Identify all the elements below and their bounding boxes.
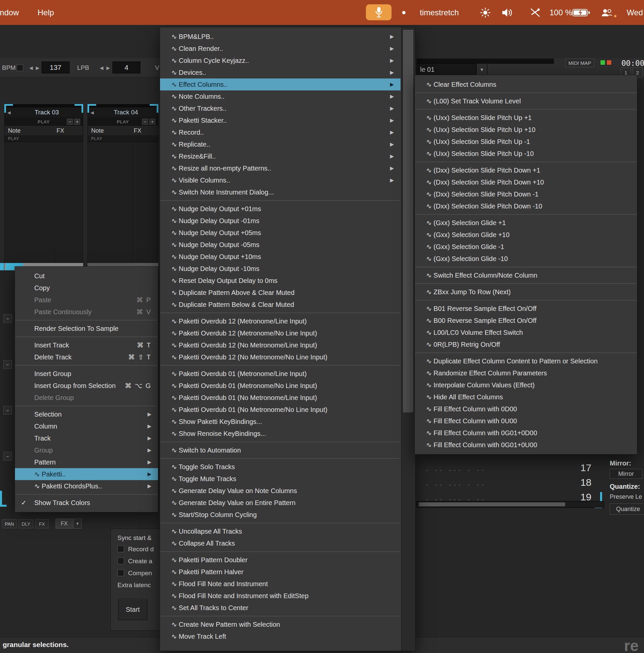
menu-item-replicate[interactable]: ∿ Replicate..▶	[160, 138, 400, 150]
remove-column-button[interactable]: −	[67, 119, 73, 125]
menu-item-uxx-selection-slide-pitch-up-10[interactable]: ∿ (Uxx) Selection Slide Pitch Up +10	[415, 124, 637, 136]
volume-icon[interactable]	[502, 0, 513, 25]
horizontal-scrollbar-thumb[interactable]	[419, 502, 565, 506]
menu-item-note-columns[interactable]: ∿ Note Columns..▶	[160, 91, 400, 102]
menu-item-paketti-chordsplus[interactable]: ∿ Paketti ChordsPlus..▶	[15, 480, 158, 492]
create-checkbox[interactable]	[117, 558, 124, 564]
menu-item-zbxx-jump-to-row-next[interactable]: ∿ ZBxx Jump To Row (Next)	[415, 286, 637, 298]
fx-column-label[interactable]: FX	[56, 127, 64, 134]
menu-item-cut[interactable]: Cut	[15, 270, 158, 282]
menu-item-insert-track[interactable]: Insert Track⌘ T	[15, 339, 158, 351]
menu-item-fill-effect-column-with-0d00[interactable]: ∿ Fill Effect Column with 0D00	[415, 403, 637, 415]
menu-item-fill-effect-column-with-0g01-0d00[interactable]: ∿ Fill Effect Column with 0G01+0D00	[415, 427, 637, 439]
track-name-row[interactable]: ◀ Track 03	[5, 107, 83, 117]
note-column-label[interactable]: Note	[5, 127, 56, 134]
menu-item-nudge-delay-output-05ms[interactable]: ∿ Nudge Delay Output +05ms	[160, 227, 400, 239]
add-column-button[interactable]: +	[150, 119, 155, 125]
menu-item-show-track-colors[interactable]: ✓Show Track Colors	[15, 497, 158, 509]
menu-item-flood-fill-note-and-instrument[interactable]: ∿ Flood Fill Note and Instrument	[160, 578, 400, 590]
user-switcher-icon[interactable]	[601, 0, 613, 25]
note-column-label[interactable]: Note	[88, 127, 134, 134]
fx-selector-dropdown-icon[interactable]: ▼	[73, 519, 82, 529]
menu-item-pattern[interactable]: Pattern▶	[15, 456, 158, 468]
bpm-checkbox[interactable]	[17, 65, 23, 71]
menu-item-randomize-effect-column-parameters[interactable]: ∿ Randomize Effect Column Parameters	[415, 367, 637, 379]
track-name-row[interactable]: ◀ Track 04	[88, 107, 158, 117]
menu-item-visible-columns[interactable]: ∿ Visible Columns..▶	[160, 174, 400, 186]
menu-item-collapse-all-tracks[interactable]: ∿ Collapse All Tracks	[160, 537, 400, 549]
menu-item-switch-note-instrument-dialog[interactable]: ∿ Switch Note Instrument Dialog...	[160, 186, 400, 198]
menu-item-l00-lc0-volume-effect-switch[interactable]: ∿ L00/LC0 Volume Effect Switch	[415, 326, 637, 338]
fx-tab[interactable]: FX	[35, 519, 49, 528]
spin-left-icon[interactable]: ◀	[100, 65, 107, 71]
menu-item-clean-render[interactable]: ∿ Clean Render..▶	[160, 43, 400, 54]
menu-item-show-renoise-keybindings[interactable]: ∿ Show Renoise KeyBindings...	[160, 428, 400, 439]
menu-item-paketti[interactable]: ∿ Paketti..▶	[15, 468, 158, 480]
menu-item-0r-lpb-retrig-on-off[interactable]: ∿ 0R(LPB) Retrig On/Off	[415, 338, 637, 350]
menu-item-l00-set-track-volume-level[interactable]: ∿ (L00) Set Track Volume Level	[415, 95, 637, 107]
mirror-button[interactable]: Mirror	[610, 469, 642, 479]
menu-item-gxx-selection-glide-1[interactable]: ∿ (Gxx) Selection Glide -1	[415, 241, 637, 253]
menu-item-nudge-delay-output-10ms[interactable]: ∿ Nudge Delay Output +10ms	[160, 251, 400, 263]
menu-item-b01-reverse-sample-effect-on-off[interactable]: ∿ B01 Reverse Sample Effect On/Off	[415, 303, 637, 315]
menu-item-uxx-selection-slide-pitch-up-1[interactable]: ∿ (Uxx) Selection Slide Pitch Up -1	[415, 136, 637, 148]
menu-item-dxx-selection-slide-pitch-down-10[interactable]: ∿ (Dxx) Selection Slide Pitch Down -10	[415, 200, 637, 212]
menu-item-b00-reverse-sample-effect-on-off[interactable]: ∿ B00 Reverse Sample Effect On/Off	[415, 315, 637, 326]
pan-tab[interactable]: PAN	[2, 519, 17, 528]
menu-item-gxx-selection-glide-1[interactable]: ∿ (Gxx) Selection Glide +1	[415, 217, 637, 229]
menu-item-flood-fill-note-and-instrument-with-editstep[interactable]: ∿ Flood Fill Note and Instrument with Ed…	[160, 590, 400, 602]
spin-left-icon[interactable]: ◀	[29, 65, 36, 71]
record-checkbox[interactable]	[117, 546, 124, 552]
midi-map-button[interactable]: MIDI MAP	[566, 58, 594, 67]
menu-item-insert-group-from-selection[interactable]: Insert Group from Selection⌘ ⌥ G	[15, 380, 158, 392]
quantize-button[interactable]: Quantize	[610, 503, 644, 515]
menu-item-paketti-pattern-doubler[interactable]: ∿ Paketti Pattern Doubler	[160, 554, 400, 566]
display-brightness-icon[interactable]	[480, 0, 491, 25]
menu-item-paketti-overdub-01-metronome-no-line-input[interactable]: ∿ Paketti Overdub 01 (Metronome/No Line …	[160, 380, 400, 392]
menu-item-toggle-mute-tracks[interactable]: ∿ Toggle Mute Tracks	[160, 473, 400, 485]
track-body-04[interactable]	[88, 142, 158, 266]
compensate-checkbox[interactable]	[117, 570, 124, 576]
menu-item-paketti-overdub-01-no-metronome-line-input[interactable]: ∿ Paketti Overdub 01 (No Metronome/Line …	[160, 392, 400, 404]
menu-item-fill-effect-column-with-0u00[interactable]: ∿ Fill Effect Column with 0U00	[415, 415, 637, 427]
menu-item-nudge-delay-output-01ms[interactable]: ∿ Nudge Delay Output +01ms	[160, 203, 400, 215]
menu-item-switch-to-automation[interactable]: ∿ Switch to Automation	[160, 444, 400, 456]
dropdown-arrow-icon[interactable]: ▼	[476, 64, 487, 75]
menu-item-clear-effect-columns[interactable]: ∿ Clear Effect Columns	[415, 78, 637, 91]
menubar-help-item[interactable]: Help	[38, 0, 54, 25]
menu-item-generate-delay-value-on-note-columns[interactable]: ∿ Generate Delay Value on Note Columns	[160, 485, 400, 497]
menu-item-duplicate-effect-column-content-to-pattern-or-se[interactable]: ∿ Duplicate Effect Column Content to Pat…	[415, 355, 637, 367]
menu-item-uxx-selection-slide-pitch-up-10[interactable]: ∿ (Uxx) Selection Slide Pitch Up -10	[415, 148, 637, 160]
bpm-value-field[interactable]: 137	[42, 62, 70, 73]
lpb-value-field[interactable]: 4	[112, 62, 140, 73]
collapse-lane-button[interactable]: −	[3, 406, 12, 415]
menu-item-nudge-delay-output-01ms[interactable]: ∿ Nudge Delay Output -01ms	[160, 215, 400, 227]
collapse-lane-button[interactable]: −	[3, 314, 12, 323]
menu-item-duplicate-pattern-below-clear-muted[interactable]: ∿ Duplicate Pattern Below & Clear Muted	[160, 298, 400, 311]
bpm-spinner[interactable]: ◀▶	[29, 65, 43, 71]
menu-item-duplicate-pattern-above-clear-muted[interactable]: ∿ Duplicate Pattern Above & Clear Muted	[160, 287, 400, 298]
menu-item-gxx-selection-glide-10[interactable]: ∿ (Gxx) Selection Glide -10	[415, 253, 637, 265]
menu-item-reset-delay-output-delay-to-0ms[interactable]: ∿ Reset Delay Output Delay to 0ms	[160, 275, 400, 287]
menu-item-create-new-pattern-with-selection[interactable]: ∿ Create New Pattern with Selection	[160, 619, 400, 630]
menu-item-show-paketti-keybindings[interactable]: ∿ Show Paketti KeyBindings...	[160, 416, 400, 428]
menu-item-record[interactable]: ∿ Record..▶	[160, 126, 400, 138]
collapse-lane-button[interactable]: −	[3, 360, 12, 369]
menu-item-move-track-left[interactable]: ∿ Move Track Left	[160, 630, 400, 643]
tool-disabled-icon[interactable]	[530, 0, 541, 25]
menu-item-start-stop-column-cycling[interactable]: ∿ Start/Stop Column Cycling	[160, 509, 400, 521]
menu-item-paketti-overdub-12-metronome-line-input[interactable]: ∿ Paketti Overdub 12 (Metronome/Line Inp…	[160, 315, 400, 327]
menu-item-toggle-solo-tracks[interactable]: ∿ Toggle Solo Tracks	[160, 461, 400, 473]
menu-item-paketti-overdub-12-metronome-no-line-input[interactable]: ∿ Paketti Overdub 12 (Metronome/No Line …	[160, 327, 400, 339]
menu-item-column-cycle-keyjazz[interactable]: ∿ Column Cycle Keyjazz..▶	[160, 54, 400, 67]
menu-item-dxx-selection-slide-pitch-down-1[interactable]: ∿ (Dxx) Selection Slide Pitch Down +1	[415, 164, 637, 176]
menu-item-paketti-overdub-12-no-metronome-line-input[interactable]: ∿ Paketti Overdub 12 (No Metronome/Line …	[160, 339, 400, 351]
menu-item-delete-track[interactable]: Delete Track⌘ ⇧ T	[15, 351, 158, 363]
audio-device-name[interactable]: timestretch	[420, 0, 459, 25]
menu-item-interpolate-column-values-effect[interactable]: ∿ Interpolate Column Values (Effect)	[415, 379, 637, 391]
fx-selector[interactable]: FX	[55, 519, 73, 529]
menu-item-selection[interactable]: Selection▶	[15, 408, 158, 420]
menu-item-bpm-lpb[interactable]: ∿ BPM&LPB..▶	[160, 31, 400, 43]
menu-item-insert-group[interactable]: Insert Group	[15, 368, 158, 380]
menu-item-paketti-overdub-12-no-metronome-no-line-input[interactable]: ∿ Paketti Overdub 12 (No Metronome/No Li…	[160, 351, 400, 363]
